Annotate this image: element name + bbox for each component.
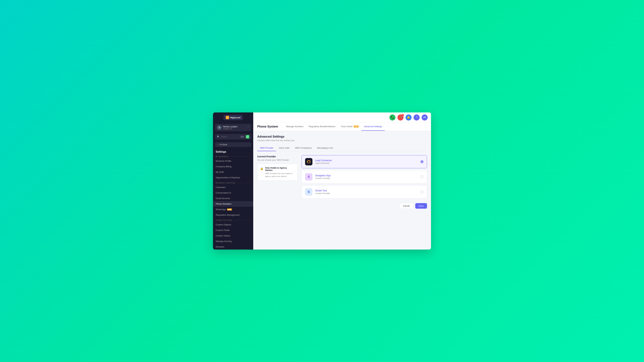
tab-manage-numbers[interactable]: Manage Numbers (284, 122, 306, 131)
swagatas-app-sub: Custom Provider (315, 177, 418, 179)
tab-trust-center[interactable]: Trust Center New (338, 122, 361, 131)
sidebar-item-my-staff[interactable]: My Staff (213, 169, 253, 175)
help-icon[interactable]: ? (414, 114, 420, 120)
sidebar-item-custom-values[interactable]: Custom Values (213, 233, 253, 239)
megaphone-badge: 1 (402, 114, 404, 116)
provider-layout: Current Provider You can choose your SMS… (257, 155, 427, 209)
domains-label: Domains (216, 246, 224, 248)
business-services-label: BUSINESS SERVICES (213, 180, 253, 185)
reputation-management-label: Reputation Management (216, 214, 240, 216)
sidebar-item-custom-objects[interactable]: Custom Objects (213, 222, 253, 227)
manage-scoring-label: Manage Scoring (216, 240, 232, 243)
save-button[interactable]: Save (415, 203, 427, 209)
conversation-ai-label: Conversation AI (216, 192, 231, 194)
other-settings-label: OTHER SETTINGS (213, 218, 253, 222)
whatsapp-label: WhatsApp (216, 208, 226, 211)
go-back-label: ← Go Back (217, 143, 227, 146)
calendars-label: Calendars (216, 186, 226, 189)
lead-connector-radio[interactable] (420, 160, 424, 163)
custom-values-label: Custom Values (216, 234, 230, 237)
sidebar-item-reputation-management[interactable]: Reputation Management (213, 212, 253, 218)
sidebar-item-manage-scoring[interactable]: Manage Scoring (213, 239, 253, 244)
sidebar-item-whatsapp[interactable]: WhatsApp beta (213, 207, 253, 212)
location-sub: Alabama, AL (223, 128, 246, 130)
notice-title: Only Visible to Agency Owners (265, 167, 295, 171)
sidebar-item-calendars[interactable]: Calendars (213, 185, 253, 190)
shubh-test-radio[interactable] (420, 190, 424, 193)
bell-icon-wrap: 🔔 (406, 114, 412, 120)
shubh-test-logo: S (305, 188, 312, 196)
advanced-settings-section: Advanced Settings Choose when and how we… (253, 131, 431, 213)
megaphone-icon-wrap: 📣 1 (398, 114, 404, 120)
phone-numbers-label: Phone Numbers (216, 203, 232, 205)
lead-connector-name: Lead Connector (315, 159, 418, 162)
sidebar-item-conversation-ai[interactable]: Conversation AI (213, 190, 253, 196)
provider-card-shubh-test[interactable]: S Shubh Test Custom Provider (302, 185, 427, 198)
inner-tabs: SMS Provider Voice Calls SMS Compliance … (257, 145, 427, 151)
provider-card-swagatas-app[interactable]: S Swagata's App Custom Provider (302, 170, 427, 183)
swagatas-app-details: Swagata's App Custom Provider (315, 174, 418, 179)
swagatas-app-name: Swagata's App (315, 174, 418, 177)
swagatas-app-radio[interactable] (420, 175, 424, 178)
search-box[interactable]: 🔍 ⌘K + (215, 134, 251, 140)
trust-center-new-badge: New (354, 125, 358, 128)
lead-connector-details: Lead Connector Lead Connector (315, 159, 418, 164)
location-avatar: N (217, 125, 222, 130)
location-selector[interactable]: N Nishita Location Alabama, AL ⌃ (215, 124, 251, 131)
app-window: ⬡ HighLevel N Nishita Location Alabama, … (213, 112, 431, 250)
sidebar-item-custom-fields[interactable]: Custom Fields (213, 227, 253, 233)
company-billing-label: Company Billing (216, 165, 232, 168)
custom-fields-label: Custom Fields (216, 229, 230, 231)
main-content: 📞 📣 1 🔔 ? AT Phone System Manage Numbers… (253, 112, 431, 250)
sidebar-item-email-services[interactable]: Email Services (213, 196, 253, 201)
cancel-button[interactable]: Cancel (400, 203, 413, 209)
provider-card-lead-connector[interactable]: Lead Connector Lead Connector (302, 155, 427, 168)
notice-desc: SMS Providers are only visible to agency… (265, 172, 295, 178)
current-provider-label: Current Provider (257, 155, 298, 158)
tab-regulatory[interactable]: Regulatory Bundle/Address (306, 122, 338, 131)
sidebar-item-phone-numbers[interactable]: Phone Numbers (213, 201, 253, 207)
search-kbd: ⌘K (240, 136, 244, 138)
provider-info: Current Provider You can choose your SMS… (257, 155, 298, 209)
opportunities-label: Opportunities & Pipelines (216, 176, 240, 179)
page-tabs: Manage Numbers Regulatory Bundle/Address… (284, 122, 385, 131)
inner-tab-voice-calls[interactable]: Voice Calls (276, 145, 292, 151)
sidebar-item-domains[interactable]: Domains (213, 244, 253, 250)
sidebar-item-business-profile[interactable]: Business Profile (213, 158, 253, 164)
go-back-button[interactable]: ← Go Back (215, 142, 251, 147)
search-add-button[interactable]: + (246, 135, 249, 138)
logo-text: HighLevel (230, 116, 240, 119)
sidebar: ⬡ HighLevel N Nishita Location Alabama, … (213, 112, 253, 250)
inner-tab-sms-compliance[interactable]: SMS Compliance (292, 145, 314, 151)
phone-icon[interactable]: 📞 (390, 114, 396, 120)
current-provider-desc: You can choose your SMS Provider (257, 159, 298, 161)
lead-connector-sub: Lead Connector (315, 162, 418, 164)
sidebar-item-opportunities[interactable]: Opportunities & Pipelines (213, 175, 253, 180)
inner-tab-messaging-limit[interactable]: Messaging Limit (314, 145, 336, 151)
custom-objects-label: Custom Objects (216, 223, 231, 226)
tab-advanced-settings[interactable]: Advanced Settings (361, 122, 385, 131)
search-input[interactable] (221, 136, 239, 138)
lead-connector-logo (305, 158, 312, 165)
business-profile-label: Business Profile (216, 160, 231, 162)
highlevel-logo-icon: ⬡ (226, 116, 229, 119)
advanced-settings-title: Advanced Settings (257, 135, 427, 138)
notice-box: 🔒 Only Visible to Agency Owners SMS Prov… (257, 164, 298, 180)
inner-tab-sms-provider[interactable]: SMS Provider (257, 145, 276, 151)
notice-content: Only Visible to Agency Owners SMS Provid… (265, 167, 295, 178)
provider-options: Lead Connector Lead Connector S (302, 155, 427, 209)
phone-icon-wrap: 📞 (390, 114, 396, 120)
my-business-label: MY BUSINESS (213, 154, 253, 158)
sidebar-item-company-billing[interactable]: Company Billing (213, 164, 253, 169)
avatar-icon[interactable]: AT (422, 114, 428, 120)
bell-icon[interactable]: 🔔 (406, 114, 412, 120)
whatsapp-beta-badge: beta (227, 209, 232, 211)
advanced-settings-desc: Choose when and how we contact you. (257, 139, 427, 142)
shubh-test-sub: Custom Provider (315, 192, 418, 195)
shubh-test-details: Shubh Test Custom Provider (315, 189, 418, 195)
location-arrow-icon: ⌃ (247, 126, 249, 129)
shubh-test-name: Shubh Test (315, 189, 418, 192)
page-header: Phone System Manage Numbers Regulatory B… (253, 122, 431, 131)
location-info: Nishita Location Alabama, AL (223, 125, 246, 130)
search-icon: 🔍 (217, 136, 220, 138)
